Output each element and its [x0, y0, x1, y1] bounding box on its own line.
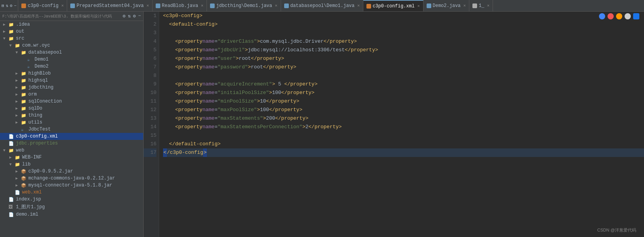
sidebar-item-21[interactable]: ▶📦c3p0-0.9.5.2.jar: [0, 168, 143, 175]
code-line-2: <default-config>: [163, 20, 644, 29]
browser-icons: [599, 13, 639, 19]
editor-content[interactable]: 1234567891011121314151617 <c3p0-config> …: [144, 12, 644, 237]
minus-icon[interactable]: −: [138, 13, 141, 19]
code-line-17: </c3p0-config>: [163, 148, 644, 157]
sidebar: F:\培训\百战程序员--JavaEE班\3. 数据库编程与设计\代码 ⚙ ⇅ …: [0, 12, 144, 237]
arrow-19: ▶: [9, 155, 15, 160]
line-num-10: 10: [144, 89, 156, 97]
code-line-9: <property name = "acquireIncrement"> 5 <…: [163, 80, 644, 89]
tab-7[interactable]: 1_×: [469, 0, 493, 11]
tab-6[interactable]: Demo2.java×: [424, 0, 470, 11]
file-icon-13: 📁: [21, 113, 27, 118]
file-icon-6: ☕: [27, 64, 33, 69]
tab-dropdown-icon[interactable]: ⊞: [2, 3, 4, 8]
sidebar-item-26[interactable]: 🖼1_图片1.jpg: [0, 203, 143, 211]
sidebar-item-0[interactable]: ▶📁.idea: [0, 21, 143, 28]
sidebar-item-24[interactable]: 📄web.xml: [0, 189, 143, 196]
tab-close-1[interactable]: ×: [146, 3, 149, 8]
tab-settings-icon[interactable]: ⚙: [10, 3, 12, 8]
sidebar-item-27[interactable]: 📄demo.iml: [0, 211, 143, 218]
sidebar-item-19[interactable]: ▶📁WEB-INF: [0, 154, 143, 161]
file-icon-21: 📦: [21, 169, 27, 174]
tab-label-6: Demo2.java: [433, 3, 461, 9]
sidebar-item-25[interactable]: 📄index.jsp: [0, 196, 143, 203]
tab-4[interactable]: databasepool\Demo1.java×: [281, 0, 363, 11]
arrow-0: ▶: [3, 22, 9, 27]
sidebar-item-18[interactable]: ▼📁web: [0, 147, 143, 154]
tab-1[interactable]: PreparedStatement04.java×: [67, 0, 152, 11]
item-label-0: .idea: [16, 22, 30, 27]
sidebar-item-12[interactable]: ▶📁sqlDo: [0, 105, 143, 112]
file-icon-11: 📁: [21, 99, 27, 104]
item-label-5: Demo1: [35, 57, 49, 62]
arrow-10: ▶: [16, 92, 21, 97]
item-label-21: c3p0-0.9.5.2.jar: [28, 169, 73, 174]
code-line-15: [163, 131, 644, 140]
line-num-11: 11: [144, 97, 156, 106]
tab-close-3[interactable]: ×: [275, 3, 278, 8]
sidebar-item-9[interactable]: ▶📁jdbcthing: [0, 84, 143, 91]
sidebar-item-4[interactable]: ▼📁databasepool: [0, 49, 143, 56]
file-icon-20: 📁: [15, 162, 21, 167]
line-num-7: 7: [144, 63, 156, 71]
tab-split-icon[interactable]: ⇅: [6, 3, 9, 8]
tab-close-6[interactable]: ×: [463, 3, 466, 8]
arrow-20: ▼: [9, 162, 15, 167]
file-icon-1: 📁: [9, 29, 15, 34]
tab-2[interactable]: ReadBlob.java×: [153, 0, 207, 11]
equalizer-icon[interactable]: ⇅: [128, 13, 130, 19]
sidebar-item-7[interactable]: ▶📁highBlob: [0, 70, 143, 77]
tab-close-7[interactable]: ×: [487, 3, 490, 8]
tab-3[interactable]: jdbcthing\Demo1.java×: [207, 0, 281, 11]
tab-0[interactable]: c3p0-config×: [18, 0, 67, 11]
sidebar-item-5[interactable]: ☕Demo1: [0, 56, 143, 63]
sidebar-item-17[interactable]: 📄jdbc.properties: [0, 140, 143, 147]
sidebar-item-15[interactable]: ☕JdbcTest: [0, 126, 143, 133]
sidebar-item-14[interactable]: ▶📁utils: [0, 119, 143, 126]
code-line-14: <property name="maxStatementsPerConnecti…: [163, 123, 644, 131]
editor-wrapper: 1234567891011121314151617 <c3p0-config> …: [144, 12, 644, 237]
gear-icon[interactable]: ⚙: [133, 13, 136, 19]
code-line-10: <property name = "initialPoolSize">100</…: [163, 89, 644, 97]
tab-bar: ⊞ ⇅ ⚙ − c3p0-config×PreparedStatement04.…: [0, 0, 644, 12]
tab-label-2: ReadBlob.java: [162, 3, 198, 9]
line-num-12: 12: [144, 106, 156, 114]
line-num-2: 2: [144, 20, 156, 29]
sidebar-item-11[interactable]: ▶📁sqlConection: [0, 98, 143, 105]
sidebar-item-22[interactable]: ▶📦mchange-commons-java-0.2.12.jar: [0, 175, 143, 182]
tab-close-5[interactable]: ×: [417, 4, 420, 9]
sidebar-item-13[interactable]: ▶📁thing: [0, 112, 143, 119]
sidebar-item-6[interactable]: ☕Demo2: [0, 63, 143, 70]
sidebar-item-8[interactable]: ▶📁highsql: [0, 77, 143, 84]
sidebar-item-2[interactable]: ▼📁src: [0, 35, 143, 42]
sidebar-header: F:\培训\百战程序员--JavaEE班\3. 数据库编程与设计\代码 ⚙ ⇅ …: [0, 12, 143, 21]
tab-close-0[interactable]: ×: [61, 3, 64, 8]
tab-close-2[interactable]: ×: [201, 3, 203, 8]
line-num-6: 6: [144, 54, 156, 63]
file-icon-0: 📁: [9, 22, 15, 27]
code-line-4: <property name ="driverClass">com.mysql.…: [163, 37, 644, 46]
item-label-12: sqlDo: [28, 106, 42, 111]
arrow-21: ▶: [16, 169, 21, 174]
sidebar-item-16[interactable]: 📄c3p0-config.xml: [0, 133, 143, 140]
firefox-icon: [608, 13, 614, 19]
sidebar-item-3[interactable]: ▼📁com.wr.oyc: [0, 42, 143, 49]
sidebar-item-10[interactable]: ▶📁orm: [0, 91, 143, 98]
file-icon-7: 📁: [21, 71, 27, 76]
code-lines[interactable]: <c3p0-config> <default-config> <property…: [159, 12, 644, 237]
item-label-26: 1_图片1.jpg: [16, 204, 45, 210]
tabs-container: c3p0-config×PreparedStatement04.java×Rea…: [18, 0, 644, 11]
settings-icon[interactable]: ⚙: [123, 13, 125, 19]
tab-minimize-icon[interactable]: −: [14, 3, 17, 8]
sidebar-item-20[interactable]: ▼📁lib: [0, 161, 143, 168]
line-num-13: 13: [144, 114, 156, 123]
tab-close-4[interactable]: ×: [357, 3, 360, 8]
sidebar-item-23[interactable]: ▶📦mysql-connector-java-5.1.8.jar: [0, 182, 143, 189]
sidebar-path: F:\培训\百战程序员--JavaEE班\3. 数据库编程与设计\代码: [2, 14, 112, 19]
arrow-12: ▶: [16, 106, 21, 111]
sidebar-item-1[interactable]: ▶📁out: [0, 28, 143, 35]
tab-label-5: c3p0-config.xml: [373, 3, 415, 9]
file-icon-2: 📁: [9, 36, 15, 41]
tab-5[interactable]: c3p0-config.xml×: [363, 0, 424, 11]
file-icon-10: 📁: [21, 92, 27, 97]
